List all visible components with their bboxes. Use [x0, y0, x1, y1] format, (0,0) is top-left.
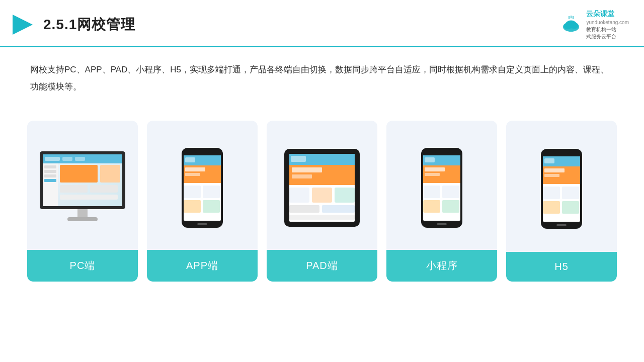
svg-rect-47 — [292, 174, 312, 178]
svg-rect-23 — [90, 185, 118, 193]
svg-rect-60 — [425, 167, 445, 171]
svg-rect-61 — [425, 173, 440, 176]
svg-rect-78 — [562, 201, 579, 214]
cloud-brand-icon — [559, 16, 583, 34]
app-image-area — [147, 121, 258, 250]
svg-rect-31 — [185, 157, 195, 162]
svg-rect-16 — [44, 165, 56, 168]
brand-tagline: 教育机构一站 式服务云平台 — [586, 26, 629, 40]
card-h5: H5 — [506, 121, 617, 282]
page-title: 2.5.1网校管理 — [43, 15, 135, 34]
svg-rect-17 — [44, 170, 56, 173]
brand-text: 云朵课堂 yunduoketang.com 教育机构一站 式服务云平台 — [586, 9, 629, 40]
svg-rect-56 — [434, 148, 450, 153]
svg-rect-63 — [442, 186, 459, 198]
svg-rect-22 — [60, 185, 88, 193]
svg-rect-21 — [100, 165, 120, 183]
svg-rect-52 — [322, 205, 355, 213]
card-pad-label: PAD端 — [267, 250, 377, 282]
svg-rect-48 — [289, 188, 309, 203]
svg-rect-12 — [45, 157, 60, 161]
svg-rect-65 — [442, 200, 459, 213]
svg-rect-37 — [184, 200, 201, 213]
header-right: 云朵课堂 yunduoketang.com 教育机构一站 式服务云平台 — [559, 9, 629, 40]
brand-domain: yunduoketang.com — [586, 19, 629, 26]
description-content: 网校支持PC、APP、PAD、小程序、H5，实现多端打通，产品各终端自由切换，数… — [30, 65, 609, 92]
svg-rect-29 — [194, 148, 210, 153]
svg-rect-33 — [185, 167, 205, 171]
header: 2.5.1网校管理 云朵课堂 yunduoketang.com 教育机构一站 式… — [0, 0, 644, 47]
description-text: 网校支持PC、APP、PAD、小程序、H5，实现多端打通，产品各终端自由切换，数… — [0, 47, 644, 101]
cards-container: PC端 — [0, 106, 644, 282]
svg-rect-24 — [60, 195, 118, 200]
svg-rect-46 — [292, 167, 322, 172]
svg-rect-20 — [60, 165, 98, 183]
h5-device-icon — [539, 147, 584, 230]
svg-rect-15 — [43, 163, 58, 206]
miniprogram-device-icon — [420, 146, 464, 229]
svg-rect-79 — [556, 224, 567, 226]
svg-rect-49 — [312, 188, 332, 203]
svg-rect-13 — [62, 157, 72, 161]
card-app: APP端 — [147, 121, 258, 282]
logo-icon — [10, 12, 35, 37]
svg-rect-14 — [75, 157, 85, 161]
card-miniprogram: 小程序 — [386, 121, 497, 282]
svg-rect-73 — [544, 168, 565, 172]
svg-rect-51 — [289, 205, 319, 213]
card-miniprogram-label: 小程序 — [386, 250, 497, 282]
card-app-label: APP端 — [147, 250, 258, 282]
svg-rect-50 — [335, 188, 355, 203]
svg-rect-64 — [423, 200, 440, 213]
svg-rect-71 — [544, 158, 554, 163]
svg-rect-69 — [553, 149, 570, 154]
svg-rect-74 — [544, 174, 559, 177]
svg-rect-58 — [425, 157, 435, 162]
svg-marker-0 — [13, 15, 33, 35]
svg-rect-18 — [44, 174, 56, 177]
svg-rect-76 — [562, 187, 579, 199]
svg-rect-34 — [185, 173, 200, 176]
svg-point-4 — [566, 20, 577, 28]
pc-image-area — [27, 121, 138, 250]
app-device-icon — [180, 146, 224, 229]
card-pad: PAD端 — [267, 121, 377, 282]
card-pc-label: PC端 — [27, 250, 138, 282]
svg-rect-26 — [67, 217, 98, 221]
svg-rect-62 — [423, 186, 440, 198]
svg-rect-44 — [291, 156, 306, 162]
svg-rect-77 — [543, 201, 560, 214]
svg-rect-35 — [184, 186, 201, 198]
svg-rect-38 — [203, 200, 220, 213]
svg-rect-53 — [289, 215, 355, 220]
pc-device-icon — [35, 149, 130, 227]
svg-rect-39 — [197, 223, 207, 225]
brand-logo: 云朵课堂 yunduoketang.com 教育机构一站 式服务云平台 — [559, 9, 629, 40]
miniprogram-image-area — [386, 121, 497, 250]
svg-rect-75 — [543, 187, 560, 199]
card-pc: PC端 — [27, 121, 138, 282]
h5-image-area — [506, 121, 617, 252]
svg-rect-36 — [203, 186, 220, 198]
header-left: 2.5.1网校管理 — [10, 12, 135, 37]
svg-rect-66 — [437, 223, 447, 225]
card-h5-label: H5 — [506, 252, 617, 282]
svg-rect-25 — [77, 209, 88, 218]
brand-name: 云朵课堂 — [586, 9, 629, 19]
pad-image-area — [267, 121, 377, 250]
svg-rect-19 — [44, 179, 56, 182]
pad-device-icon — [282, 146, 362, 229]
